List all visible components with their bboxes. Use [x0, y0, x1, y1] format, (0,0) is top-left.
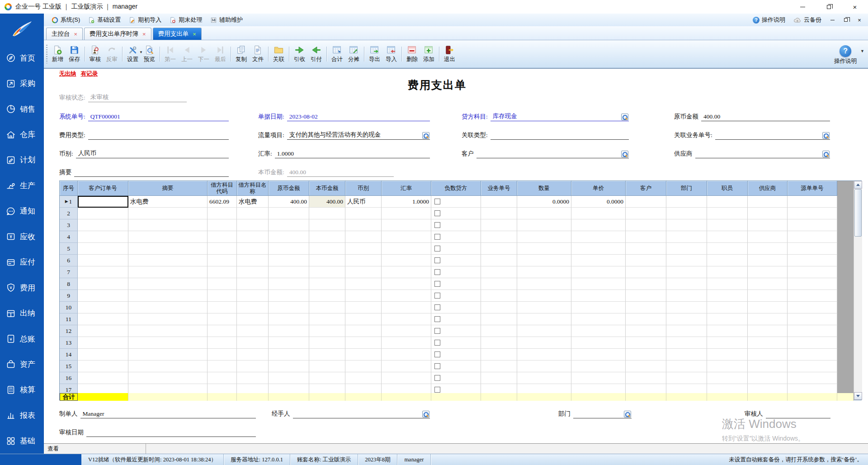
grid-cell[interactable] [382, 290, 431, 302]
grid-cell[interactable] [481, 337, 517, 349]
grid-cell[interactable] [788, 313, 837, 325]
grid-cell[interactable] [78, 231, 128, 243]
grid-cell[interactable] [309, 255, 345, 266]
grid-cell[interactable] [237, 313, 269, 325]
grid-cell[interactable] [382, 255, 431, 266]
grid-cell[interactable] [626, 302, 666, 313]
grid-column-header[interactable]: 借方科目名称 [237, 181, 269, 196]
scroll-track[interactable] [854, 237, 862, 392]
grid-cell[interactable] [626, 278, 666, 290]
grid-cell[interactable] [309, 219, 345, 231]
row-number[interactable]: 16 [60, 372, 78, 384]
doc-close-button[interactable]: × [854, 15, 865, 24]
grid-cell[interactable] [269, 372, 309, 384]
menu-initial-import[interactable]: 期初导入 [125, 14, 165, 26]
grid-cell[interactable] [78, 372, 128, 384]
grid-column-header[interactable]: 原币金额 [269, 181, 309, 196]
grid-cell[interactable] [748, 266, 788, 278]
grid-column-header[interactable]: 业务单号 [481, 181, 517, 196]
grid-cell[interactable] [78, 208, 128, 219]
grid-cell[interactable] [626, 361, 666, 372]
tab-expense-voucher[interactable]: 费用支出单 [153, 28, 202, 40]
grid-cell[interactable] [128, 337, 208, 349]
grid-cell[interactable] [237, 302, 269, 313]
grid-cell[interactable] [748, 219, 788, 231]
grid-cell[interactable] [707, 325, 748, 337]
grid-cell[interactable] [666, 361, 707, 372]
grid-cell[interactable] [78, 313, 128, 325]
grid-cell[interactable] [269, 349, 309, 361]
grid-cell[interactable] [78, 290, 128, 302]
sidebar-item-expense[interactable]: ¥费用 [0, 275, 43, 300]
grid-cell[interactable] [208, 278, 237, 290]
negative-credit-checkbox[interactable] [434, 257, 440, 263]
tab-close-icon[interactable] [193, 31, 196, 37]
grid-cell[interactable] [382, 208, 431, 219]
grid-cell[interactable] [571, 337, 626, 349]
grid-cell[interactable] [571, 255, 626, 266]
grid-cell[interactable] [208, 219, 237, 231]
grid-cell[interactable] [309, 231, 345, 243]
grid-cell[interactable] [481, 231, 517, 243]
grid-cell[interactable] [208, 266, 237, 278]
grid-cell[interactable] [707, 337, 748, 349]
grid-cell[interactable] [345, 384, 382, 393]
grid-cell[interactable] [208, 325, 237, 337]
grid-cell[interactable] [208, 243, 237, 255]
grid-cell[interactable] [666, 337, 707, 349]
grid-cell[interactable] [626, 337, 666, 349]
currency-input[interactable]: 人民币 [76, 149, 229, 158]
grid-cell[interactable]: 水电费 [128, 196, 208, 208]
next-button[interactable]: 下一 [195, 44, 212, 64]
grid-cell[interactable] [481, 208, 517, 219]
grid-cell[interactable] [78, 266, 128, 278]
copy-button[interactable]: 复制 [233, 44, 250, 64]
grid-cell[interactable] [128, 384, 208, 393]
expense-type-input[interactable] [88, 139, 229, 139]
grid-cell[interactable] [237, 349, 269, 361]
grid-cell[interactable] [237, 384, 269, 393]
grid-cell[interactable] [788, 325, 837, 337]
no-cashier-link[interactable]: 无出纳 [59, 71, 76, 77]
row-number[interactable]: ▶1 [60, 196, 78, 208]
pull-receive-button[interactable]: 引收 [291, 44, 308, 64]
grid-cell[interactable]: 1.0000 [382, 196, 431, 208]
grid-cell[interactable] [626, 349, 666, 361]
grid-cell[interactable] [128, 313, 208, 325]
grid-cell[interactable] [345, 313, 382, 325]
row-number[interactable]: 10 [60, 302, 78, 313]
grid-cell[interactable] [481, 219, 517, 231]
grid-column-header[interactable]: 部门 [666, 181, 707, 196]
grid-cell[interactable] [382, 325, 431, 337]
grid-cell[interactable] [626, 290, 666, 302]
tab-close-icon[interactable] [74, 31, 78, 37]
lookup-icon[interactable] [621, 114, 628, 120]
lookup-icon[interactable] [422, 411, 429, 418]
sidebar-item-warehouse[interactable]: 仓库 [0, 122, 43, 147]
grid-cell[interactable] [345, 372, 382, 384]
grid-cell[interactable] [269, 337, 309, 349]
grid-cell[interactable] [517, 325, 571, 337]
grid-cell[interactable] [237, 278, 269, 290]
grid-cell[interactable] [748, 349, 788, 361]
grid-cell[interactable] [237, 361, 269, 372]
grid-column-header[interactable]: 源单单号 [788, 181, 837, 196]
grid-cell[interactable] [237, 337, 269, 349]
sidebar-item-receivable[interactable]: ¥应收 [0, 224, 43, 249]
negative-credit-checkbox[interactable] [434, 210, 440, 216]
grid-cell[interactable] [788, 302, 837, 313]
sidebar-item-report[interactable]: 报表 [0, 403, 43, 428]
row-number[interactable]: 2 [60, 208, 78, 219]
grid-cell[interactable] [788, 208, 837, 219]
lookup-icon[interactable] [822, 132, 830, 139]
grid-cell[interactable] [517, 231, 571, 243]
close-button[interactable]: × [842, 0, 868, 14]
grid-cell[interactable] [309, 349, 345, 361]
grid-cell[interactable] [666, 208, 707, 219]
new-button[interactable]: 新增 [49, 44, 66, 64]
negative-credit-checkbox[interactable] [434, 316, 440, 322]
sidebar-item-costing[interactable]: 核算 [0, 377, 43, 403]
grid-cell[interactable] [707, 231, 748, 243]
grid-column-header[interactable]: 客户 [626, 181, 666, 196]
sidebar-item-base[interactable]: 基础 [0, 428, 43, 454]
